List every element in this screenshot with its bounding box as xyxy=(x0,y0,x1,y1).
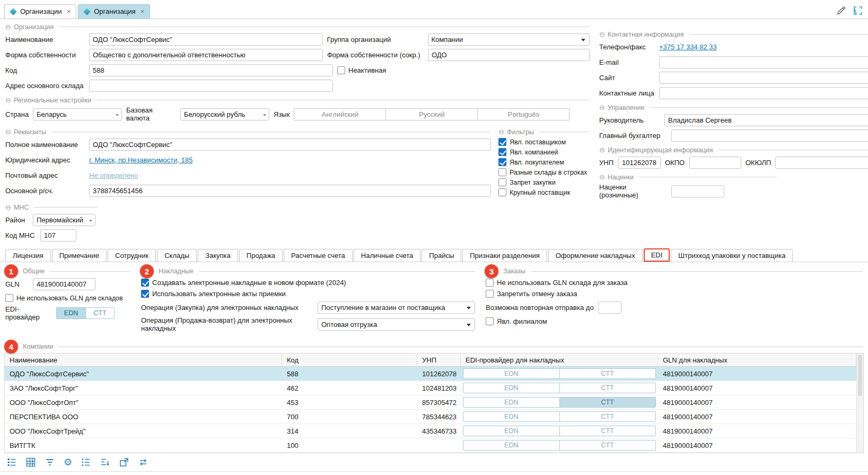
okulp-input[interactable] xyxy=(775,157,868,169)
column-header-gln[interactable]: GLN для накладных xyxy=(658,353,856,366)
sort-list-icon[interactable] xyxy=(100,457,110,468)
close-tab-icon[interactable]: × xyxy=(141,7,145,15)
column-header-code[interactable]: Код xyxy=(282,353,417,366)
code-input[interactable] xyxy=(89,64,333,76)
tab-employee[interactable]: Сотрудник xyxy=(108,249,156,262)
site-input[interactable] xyxy=(659,72,868,84)
scrollbar-thumb[interactable] xyxy=(858,355,862,396)
legal-address-link[interactable]: г. Минск, пр.Независимости, 185 xyxy=(89,156,192,164)
column-header-edi-provider[interactable]: EDI-провайдер для накладных xyxy=(461,353,658,366)
ownership-short-input[interactable] xyxy=(428,49,590,61)
filter-icon[interactable] xyxy=(45,457,55,468)
mns-code-input[interactable] xyxy=(40,229,76,241)
open-external-icon[interactable] xyxy=(119,457,129,468)
resend-until-input[interactable] xyxy=(598,301,621,314)
provider-option-ctt[interactable]: CTT xyxy=(85,308,114,318)
phone-link[interactable]: +375 17 334 82 33 xyxy=(659,43,717,51)
column-header-name[interactable]: Наименование xyxy=(5,353,282,366)
provider-option-ctt[interactable]: CTT xyxy=(559,383,656,393)
collapse-icon[interactable]: ⊖ xyxy=(5,203,11,211)
no-gln-order-checkbox[interactable]: Не использовать GLN склада для заказа xyxy=(486,279,863,287)
warehouse-address-input[interactable] xyxy=(89,80,333,92)
filter-checkbox-different-warehouses[interactable]: Разные склады в строках xyxy=(498,168,590,176)
filter-checkbox-company[interactable]: Явл. компанией xyxy=(498,148,590,156)
collapse-icon[interactable]: ⊖ xyxy=(599,173,605,181)
new-format-invoices-checkbox[interactable]: Создавать электронные накладные в новом … xyxy=(141,279,475,287)
tab-note[interactable]: Примечание xyxy=(52,249,107,262)
no-gln-warehouses-checkbox[interactable]: Не использовать GLN для складов xyxy=(5,294,130,302)
tab-edi[interactable]: EDI xyxy=(644,248,670,262)
provider-option-edn[interactable]: EDN xyxy=(463,412,559,421)
provider-option-ctt[interactable]: CTT xyxy=(559,369,656,378)
tab-organization[interactable]: Организация × xyxy=(78,4,150,19)
table-row-company[interactable]: ВИТГТК 100 EDN CTT 4819000140007 xyxy=(5,438,856,453)
provider-option-edn[interactable]: EDN xyxy=(463,426,559,436)
currency-combo[interactable]: Белорусский рубль xyxy=(180,108,269,120)
numbered-list-icon[interactable] xyxy=(81,457,91,468)
retail-markup-input[interactable] xyxy=(671,185,724,197)
account-input[interactable] xyxy=(89,185,491,197)
forbid-order-cancel-checkbox[interactable]: Запретить отмену заказа xyxy=(486,290,863,298)
grid-view-icon[interactable] xyxy=(25,457,36,468)
language-option-russian[interactable]: Русский xyxy=(385,108,478,120)
provider-option-ctt[interactable]: CTT xyxy=(559,412,656,421)
tab-invoice-layout[interactable]: Оформление накладных xyxy=(548,249,643,262)
table-row-company[interactable]: ПЕРСПЕКТИВА ООО 700 785344623 EDN CTT 48… xyxy=(5,410,856,424)
filter-checkbox-supplier[interactable]: Явл. поставщиком xyxy=(498,138,590,146)
purchase-operation-select[interactable]: Поступление в магазин от поставщика xyxy=(318,301,475,314)
fullscreen-icon[interactable] xyxy=(853,6,863,15)
collapse-icon[interactable]: ⊖ xyxy=(5,96,11,104)
filter-checkbox-purchase-ban[interactable]: Запрет закупки xyxy=(498,178,590,186)
provider-option-edn[interactable]: EDN xyxy=(57,308,85,318)
collapse-icon[interactable]: ⊖ xyxy=(599,30,605,38)
email-input[interactable] xyxy=(659,56,868,68)
provider-option-edn[interactable]: EDN xyxy=(463,441,559,450)
collapse-icon[interactable]: ⊖ xyxy=(599,103,605,111)
ownership-input[interactable] xyxy=(89,49,323,61)
language-option-portuguese[interactable]: Português xyxy=(477,108,569,120)
swap-icon[interactable] xyxy=(138,457,148,468)
country-combo[interactable]: Беларусь xyxy=(33,108,122,120)
head-input[interactable] xyxy=(664,114,868,126)
close-tab-icon[interactable]: × xyxy=(67,7,71,15)
filter-checkbox-buyer[interactable]: Явл. покупателем xyxy=(498,158,590,166)
language-option-english[interactable]: Английский xyxy=(294,108,386,120)
postal-address-link[interactable]: Не определено xyxy=(89,171,138,179)
tab-price-lists[interactable]: Прайсы xyxy=(422,249,461,262)
table-scrollbar[interactable] xyxy=(856,353,863,453)
tab-settlement-accounts[interactable]: Расчетные счета xyxy=(284,249,353,262)
provider-option-ctt[interactable]: CTT xyxy=(559,426,656,436)
tab-organizations[interactable]: Организации × xyxy=(4,4,76,19)
district-combo[interactable]: Первомайский xyxy=(33,214,95,226)
inactive-checkbox[interactable]: Неактивная xyxy=(337,66,386,74)
collapse-icon[interactable]: ⊖ xyxy=(599,146,605,154)
table-row-company[interactable]: ООО "ЛюксСофтОпт" 453 857305472 EDN CTT … xyxy=(5,395,856,410)
collapse-icon[interactable]: ⊖ xyxy=(5,128,11,136)
tab-license[interactable]: Лицензия xyxy=(5,249,51,262)
gln-input[interactable] xyxy=(33,278,95,290)
tab-purchase[interactable]: Закупка xyxy=(198,249,238,262)
table-row-company[interactable]: ОДО "ЛюксСофтСервис" 588 101262078 EDN C… xyxy=(5,367,856,381)
okpo-input[interactable] xyxy=(689,157,741,169)
electronic-acts-checkbox[interactable]: Использовать электронные акты приемки xyxy=(141,290,475,298)
list-view-icon[interactable] xyxy=(6,457,17,468)
is-branch-checkbox[interactable]: Явл. филиалом xyxy=(486,317,863,325)
tab-supplier-package-barcode[interactable]: Штрихкод упаковки у поставщика xyxy=(671,249,793,262)
table-row-company[interactable]: ЗАО "ЛюксСофтТорг" 462 102481203 EDN CTT… xyxy=(5,381,856,395)
column-header-unp[interactable]: УНП xyxy=(417,353,461,366)
tab-separation-signs[interactable]: Признаки разделения xyxy=(462,249,547,262)
return-operation-select[interactable]: Оптовая отгрузка xyxy=(318,318,475,331)
filter-checkbox-large-supplier[interactable]: Крупный поставщик xyxy=(498,188,590,196)
provider-option-ctt[interactable]: CTT xyxy=(559,441,656,450)
group-select[interactable]: Компании xyxy=(428,33,590,46)
edit-icon[interactable] xyxy=(836,6,846,15)
name-input[interactable] xyxy=(89,33,323,46)
collapse-icon[interactable]: ⊖ xyxy=(5,23,11,31)
full-name-input[interactable] xyxy=(89,139,491,151)
accountant-input[interactable] xyxy=(671,129,868,142)
unp-input[interactable] xyxy=(618,157,661,169)
tab-sales[interactable]: Продажа xyxy=(239,249,283,262)
collapse-icon[interactable]: ⊖ xyxy=(498,128,504,136)
provider-option-ctt[interactable]: CTT xyxy=(559,398,656,407)
contact-persons-input[interactable] xyxy=(659,87,868,99)
